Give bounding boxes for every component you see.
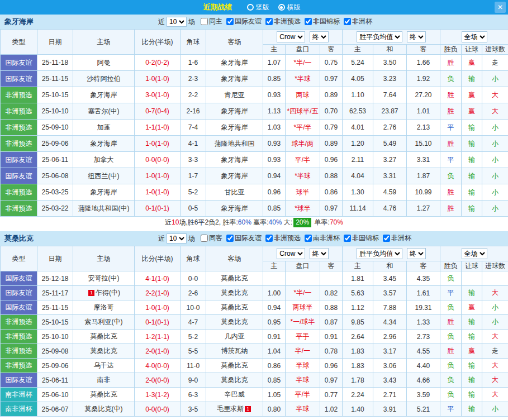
final-odds-select[interactable]: 终 [407, 31, 426, 42]
handicap-result: 输 [462, 359, 482, 373]
final-odds-select[interactable]: 终 [310, 248, 329, 259]
away-team: 莫桑比克 [206, 373, 263, 388]
checkbox-input[interactable] [226, 18, 234, 25]
odds-draw: 3.06 [373, 359, 407, 373]
checkbox-input[interactable] [226, 235, 234, 242]
ah-away-odds: 0.75 [320, 55, 343, 71]
handicap-line: 球半/两 [286, 136, 320, 152]
scope-select[interactable]: 全场 [462, 31, 487, 42]
filter-checkbox[interactable]: 非洲预选 [265, 17, 301, 26]
goals-result: 小 [482, 120, 508, 136]
team-label: 摩洛哥 [94, 303, 114, 311]
match-row: 非洲预选25-10-15象牙海岸3-0(1-0)2-2肯尼亚0.93两球0.89… [1, 87, 508, 103]
col-odds-away: 客 [407, 261, 440, 271]
odds-home: 2.24 [343, 388, 373, 402]
odds-away: 4.35 [407, 271, 440, 286]
match-date: 25-06-11 [37, 152, 73, 168]
odds-away: 4.55 [407, 344, 440, 359]
ah-away-odds: 0.88 [320, 168, 343, 184]
summary-segment: 40% [268, 218, 282, 226]
home-team: 象牙海岸 [73, 136, 135, 152]
table-header-row: 类型 日期 主场 比分(半场) 角球 客场 Crow 终 胜平负均值 终 [1, 30, 508, 45]
match-result: 胜 [440, 315, 462, 330]
match-date: 25-11-17 [37, 286, 73, 300]
odds-draw: 3.91 [373, 402, 407, 417]
checkbox-input[interactable] [344, 235, 351, 242]
col-ah-result: 让球 [462, 45, 482, 55]
ah-home-odds: 1.04 [263, 344, 286, 359]
checkbox-input[interactable] [201, 235, 208, 242]
ah-away-odds: 0.89 [320, 87, 343, 103]
filter-checkbox[interactable]: 非洲杯 [344, 17, 372, 26]
odds-draw: 2.96 [373, 330, 407, 344]
match-result: 负 [440, 388, 462, 402]
away-team: 象牙海岸 [206, 152, 263, 168]
handicap-line: 半球 [286, 359, 320, 373]
scope-select[interactable]: 全场 [462, 248, 487, 259]
checkbox-input[interactable] [344, 18, 351, 25]
match-type: 国际友谊 [1, 152, 37, 168]
filter-checkbox[interactable]: 同主 [201, 17, 222, 26]
bookmaker-select[interactable]: Crow [277, 248, 305, 259]
ah-away-odds: 0.86 [320, 184, 343, 201]
match-count-select[interactable]: 10 [167, 233, 187, 244]
match-row: 国际友谊25-11-171乍得(中)2-2(1-0)2-6莫桑比克1.00*半/… [1, 286, 508, 300]
match-date: 25-09-08 [37, 344, 73, 359]
match-score: 1-0(1-0) [135, 71, 181, 87]
odds-home: 1.83 [343, 344, 373, 359]
home-team: 莫桑比克 [73, 344, 135, 359]
match-type: 非洲预选 [1, 103, 37, 120]
table-header-row: 类型 日期 主场 比分(半场) 角球 客场 Crow 终 胜平负均值 终 [1, 246, 508, 261]
odds-away: 3.31 [407, 152, 440, 168]
final-odds-select[interactable]: 终 [407, 248, 426, 259]
handicap-result: 输 [462, 71, 482, 87]
team-label: 象牙海岸 [221, 204, 248, 212]
match-date: 25-10-10 [37, 330, 73, 344]
col-handicap: 盘口 [286, 45, 320, 55]
filter-checkbox[interactable]: 国际友谊 [226, 233, 262, 243]
checkbox-input[interactable] [201, 18, 208, 25]
handicap-result: 输 [462, 373, 482, 388]
close-button[interactable]: ✕ [495, 2, 506, 13]
filter-checkbox[interactable]: 国际友谊 [226, 17, 262, 26]
filter-checkbox[interactable]: 非洲杯 [383, 233, 411, 243]
odds-home: 1.12 [343, 300, 373, 315]
checkbox-input[interactable] [383, 235, 390, 242]
away-team: 象牙海岸 [206, 120, 263, 136]
filter-checkbox[interactable]: 非洲预选 [265, 233, 301, 243]
final-odds-select[interactable]: 终 [310, 31, 329, 42]
match-result: 负 [440, 168, 462, 184]
match-result: 胜 [440, 55, 462, 71]
ah-home-odds [263, 271, 286, 286]
home-team: 蒲隆地共和国(中) [73, 201, 135, 217]
summary-segment: 20% [293, 218, 311, 227]
goals-result: 小 [482, 201, 508, 217]
layout-option-horizontal[interactable]: 横版 [278, 3, 301, 12]
corner-score: 7-4 [181, 120, 206, 136]
ah-away-odds: 0.78 [320, 344, 343, 359]
goals-result: 小 [482, 168, 508, 184]
team-label: 甘比亚 [225, 188, 245, 196]
match-count-select[interactable]: 10 [167, 17, 187, 27]
wdl-average-select[interactable]: 胜平负均值 [357, 31, 402, 42]
odds-draw: 3.31 [373, 168, 407, 184]
goals-result: 小 [482, 300, 508, 315]
bookmaker-select[interactable]: Crow [277, 31, 305, 42]
match-date: 25-09-10 [37, 120, 73, 136]
filter-checkbox[interactable]: 南非洲杯 [305, 233, 340, 243]
filter-checkbox[interactable]: 非国锦标 [305, 17, 340, 26]
checkbox-input[interactable] [265, 18, 273, 25]
wdl-average-select[interactable]: 胜平负均值 [357, 248, 402, 259]
checkbox-input[interactable] [305, 18, 312, 25]
asian-handicap-group: Crow 终 [263, 30, 343, 45]
filter-checkbox[interactable]: 非国锦标 [344, 233, 379, 243]
checkbox-input[interactable] [265, 235, 273, 242]
team-label: 南非 [97, 376, 111, 384]
checkbox-input[interactable] [305, 235, 312, 242]
match-date: 25-10-15 [37, 315, 73, 330]
home-team: 莫桑比克(中) [73, 402, 135, 417]
layout-option-vertical[interactable]: 竖版 [247, 3, 269, 12]
ah-home-odds: 1.03 [263, 120, 286, 136]
team-section: 莫桑比克 近 10 场 同客国际友谊非洲预选南非洲杯非国锦标非洲杯 类型 日期 … [0, 231, 508, 417]
filter-checkbox[interactable]: 同客 [201, 233, 222, 243]
